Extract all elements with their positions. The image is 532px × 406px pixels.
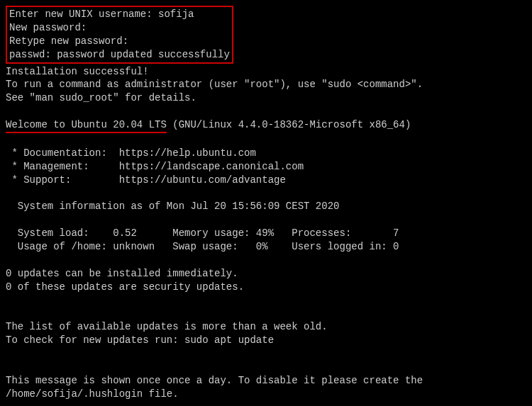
blank-line	[6, 361, 526, 374]
passwd-result-line: passwd: password updated successfully	[9, 48, 230, 62]
sysinfo-header: System information as of Mon Jul 20 15:5…	[6, 200, 526, 213]
blank-line	[6, 105, 526, 118]
mgmt-link: * Management: https://landscape.canonica…	[6, 160, 526, 174]
doc-link: * Documentation: https://help.ubuntu.com	[6, 147, 526, 160]
username-value: sofija	[158, 9, 194, 20]
blank-line	[6, 133, 526, 147]
welcome-kernel: (GNU/Linux 4.4.0-18362-Microsoft x86_64)	[167, 119, 411, 130]
sudo-hint: To run a command as administrator (user …	[6, 78, 526, 91]
sysinfo-row2: Usage of /home: unknown Swap usage: 0% U…	[6, 240, 526, 254]
retype-password-line: Retype new password:	[9, 35, 230, 48]
welcome-title: Welcome to Ubuntu 20.04 LTS	[6, 118, 167, 133]
username-prompt-line: Enter new UNIX username: sofija	[9, 8, 230, 21]
blank-line	[6, 213, 526, 227]
blank-line	[6, 347, 526, 361]
updates-stale1: The list of available updates is more th…	[6, 320, 526, 334]
credentials-box: Enter new UNIX username: sofija New pass…	[6, 6, 233, 64]
sudo-man: See "man sudo_root" for details.	[6, 91, 526, 105]
updates-stale2: To check for new updates run: sudo apt u…	[6, 334, 526, 347]
blank-line	[6, 254, 526, 267]
new-password-line: New password:	[9, 21, 230, 35]
blank-line	[6, 308, 526, 321]
sysinfo-row1: System load: 0.52 Memory usage: 49% Proc…	[6, 227, 526, 240]
blank-line	[6, 294, 526, 308]
blank-line	[6, 187, 526, 201]
updates-line2: 0 of these updates are security updates.	[6, 281, 526, 294]
username-prompt: Enter new UNIX username:	[9, 9, 158, 20]
install-success: Installation successful!	[6, 65, 526, 79]
motd-line2: /home/sofija/.hushlogin file.	[6, 388, 526, 401]
support-link: * Support: https://ubuntu.com/advantage	[6, 174, 526, 187]
motd-line1: This message is shown once once a day. T…	[6, 374, 526, 388]
welcome-line: Welcome to Ubuntu 20.04 LTS (GNU/Linux 4…	[6, 118, 526, 133]
updates-line1: 0 updates can be installed immediately.	[6, 267, 526, 281]
